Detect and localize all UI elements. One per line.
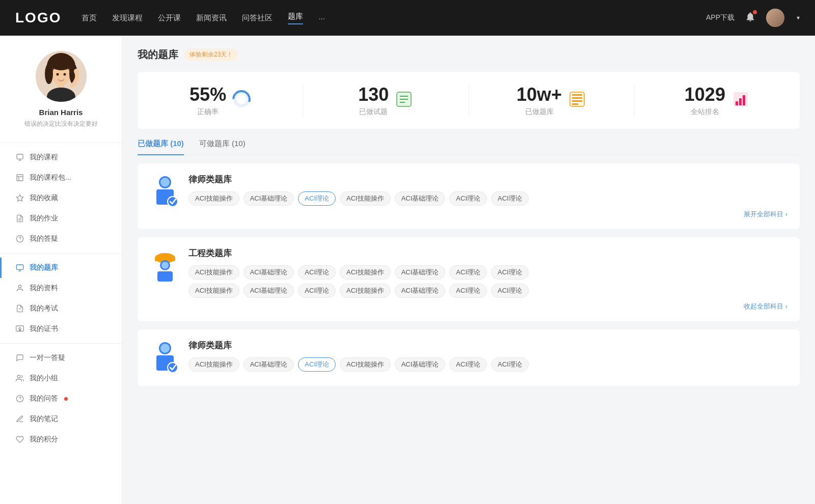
user-avatar[interactable]	[766, 9, 784, 27]
svg-point-58	[161, 262, 169, 269]
tag-1-0[interactable]: ACI技能操作	[188, 191, 239, 206]
bank-header-1: 律师类题库 ACI技能操作 ACI基础理论 ACI理论 ACI技能操作 ACI基…	[150, 174, 787, 219]
sidebar-item-exam[interactable]: 我的考试	[0, 298, 122, 319]
sidebar-item-points[interactable]: 我的积分	[0, 429, 122, 450]
stat-done-banks-label: 已做题库	[517, 107, 562, 117]
navbar-left: LOGO 首页 发现课程 公开课 新闻资讯 问答社区 题库 ···	[15, 10, 325, 26]
svg-rect-43	[572, 94, 582, 96]
qa-icon	[15, 234, 24, 243]
sidebar-motto: 错误的决定比没有决定要好	[10, 120, 112, 128]
tag-3-3[interactable]: ACI技能操作	[340, 357, 391, 372]
trial-badge: 体验剩余23天！	[184, 48, 238, 61]
nav-news[interactable]: 新闻资讯	[196, 13, 227, 23]
tag-3-1[interactable]: ACI基础理论	[243, 357, 294, 372]
tag-3-0[interactable]: ACI技能操作	[188, 357, 239, 372]
svg-point-9	[56, 73, 59, 76]
bank-icon	[15, 263, 24, 272]
tag-2b-6[interactable]: ACI理论	[491, 284, 529, 298]
nav-home[interactable]: 首页	[82, 13, 97, 23]
tag-3-5[interactable]: ACI理论	[449, 357, 487, 372]
sidebar-item-homework[interactable]: 我的作业	[0, 208, 122, 229]
nav-more[interactable]: ···	[318, 14, 325, 22]
lawyer-icon-1	[151, 175, 179, 208]
engineer-icon	[151, 249, 179, 282]
nav-qa[interactable]: 问答社区	[242, 13, 273, 23]
tag-2-2[interactable]: ACI理论	[298, 265, 336, 279]
expand-link-1[interactable]: 展开全部科目 ›	[188, 210, 787, 219]
sidebar-divider-1	[0, 143, 122, 143]
tags-row-2a: ACI技能操作 ACI基础理论 ACI理论 ACI技能操作 ACI基础理论 AC…	[188, 265, 787, 279]
sidebar: Brian Harris 错误的决定比没有决定要好 我的课程 我的课程包...	[0, 36, 122, 504]
sidebar-item-qanda[interactable]: 我的答疑	[0, 229, 122, 249]
notification-bell[interactable]	[745, 11, 756, 24]
tag-1-5[interactable]: ACI理论	[449, 191, 487, 206]
tag-2-5[interactable]: ACI理论	[449, 265, 487, 279]
tag-1-1[interactable]: ACI基础理论	[243, 191, 294, 206]
svg-marker-18	[16, 194, 23, 201]
bank-header-2: 工程类题库 ACI技能操作 ACI基础理论 ACI理论 ACI技能操作 ACI基…	[150, 247, 787, 311]
nav-bank[interactable]: 题库	[288, 12, 303, 24]
svg-rect-48	[736, 101, 738, 105]
profile-avatar	[36, 51, 87, 102]
app-download-link[interactable]: APP下载	[706, 13, 735, 22]
sidebar-item-myqa[interactable]: 我的问答	[0, 388, 122, 409]
svg-rect-45	[572, 100, 582, 102]
tag-2b-1[interactable]: ACI基础理论	[243, 284, 294, 298]
stat-ranking-text: 1029 全站排名	[685, 84, 725, 117]
sidebar-item-package[interactable]: 我的课程包...	[0, 167, 122, 188]
tag-2-4[interactable]: ACI基础理论	[395, 265, 446, 279]
svg-rect-49	[739, 98, 742, 105]
bank-content-1: 律师类题库 ACI技能操作 ACI基础理论 ACI理论 ACI技能操作 ACI基…	[188, 174, 787, 219]
tag-2b-0[interactable]: ACI技能操作	[188, 284, 239, 298]
points-icon	[15, 435, 24, 444]
sidebar-item-cert[interactable]: 我的证书	[0, 319, 122, 339]
tab-done-banks[interactable]: 已做题库 (10)	[138, 139, 184, 155]
tag-1-6[interactable]: ACI理论	[491, 191, 529, 206]
nav-discover[interactable]: 发现课程	[112, 13, 143, 23]
tag-2b-5[interactable]: ACI理论	[449, 284, 487, 298]
tag-2-0[interactable]: ACI技能操作	[188, 265, 239, 279]
tag-2-3[interactable]: ACI技能操作	[340, 265, 391, 279]
tag-2-6[interactable]: ACI理论	[491, 265, 529, 279]
tag-2-1[interactable]: ACI基础理论	[243, 265, 294, 279]
one-on-one-icon	[15, 353, 24, 362]
svg-point-26	[18, 285, 21, 288]
svg-rect-12	[17, 154, 23, 159]
done-questions-icon	[395, 90, 413, 110]
tag-1-3[interactable]: ACI技能操作	[340, 191, 391, 206]
sidebar-item-one-on-one[interactable]: 一对一答疑	[0, 348, 122, 368]
tab-available-banks[interactable]: 可做题库 (10)	[199, 139, 246, 155]
bar-chart-icon	[731, 90, 750, 108]
avatar-chevron-icon[interactable]: ▾	[797, 14, 800, 21]
main-content: 我的题库 体验剩余23天！ 55% 正确率	[122, 36, 815, 504]
tag-1-2[interactable]: ACI理论	[298, 191, 336, 206]
bank-content-3: 律师类题库 ACI技能操作 ACI基础理论 ACI理论 ACI技能操作 ACI基…	[188, 340, 787, 376]
bank-card-engineer: 工程类题库 ACI技能操作 ACI基础理论 ACI理论 ACI技能操作 ACI基…	[138, 237, 800, 321]
sidebar-menu: 我的课程 我的课程包... 我的收藏 我的作业	[0, 147, 122, 450]
nav-open-course[interactable]: 公开课	[158, 13, 181, 23]
bank-header-3: 律师类题库 ACI技能操作 ACI基础理论 ACI理论 ACI技能操作 ACI基…	[150, 340, 787, 376]
sidebar-item-course[interactable]: 我的课程	[0, 147, 122, 167]
tag-3-4[interactable]: ACI基础理论	[395, 357, 446, 372]
tag-2b-2[interactable]: ACI理论	[298, 284, 336, 298]
sidebar-item-bank[interactable]: 我的题库	[0, 258, 122, 278]
tag-3-2[interactable]: ACI理论	[298, 357, 336, 372]
sidebar-item-favorites[interactable]: 我的收藏	[0, 188, 122, 208]
svg-point-54	[168, 197, 178, 207]
collapse-link-2[interactable]: 收起全部科目 ›	[188, 302, 787, 311]
svg-rect-50	[743, 95, 745, 105]
tag-2b-4[interactable]: ACI基础理论	[395, 284, 446, 298]
questions-icon	[15, 394, 24, 403]
tag-3-6[interactable]: ACI理论	[491, 357, 529, 372]
sidebar-item-profile[interactable]: 我的资料	[0, 278, 122, 298]
stat-done-questions-text: 130 已做试题	[358, 84, 389, 117]
sidebar-divider-2	[0, 253, 122, 254]
tags-row-1: ACI技能操作 ACI基础理论 ACI理论 ACI技能操作 ACI基础理论 AC…	[188, 191, 787, 206]
sidebar-item-group[interactable]: 我的小组	[0, 368, 122, 388]
sidebar-item-notes[interactable]: 我的笔记	[0, 409, 122, 429]
profile-icon	[15, 284, 24, 293]
tag-1-4[interactable]: ACI基础理论	[395, 191, 446, 206]
homework-icon	[15, 214, 24, 223]
stat-correctness-text: 55% 正确率	[189, 84, 226, 117]
tag-2b-3[interactable]: ACI技能操作	[340, 284, 391, 298]
